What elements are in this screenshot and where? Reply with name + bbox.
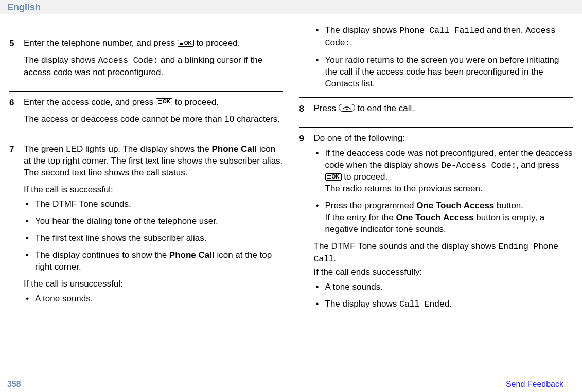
bold-text: Phone Call [211,144,257,154]
text: , and press [516,160,559,170]
display-text: Access Code: [98,56,158,65]
text: to end the call. [357,103,414,113]
step-body: Enter the access code, and press OK to p… [24,97,280,131]
text: Enter the access code, and press [24,97,156,107]
text: . [333,254,336,263]
list-item: Your radio returns to the screen you wer… [314,55,573,90]
step-7: 7 The green LED lights up. The display s… [9,144,283,310]
step-7-continued: The display shows Phone Call Failed and … [299,25,573,90]
page-footer: 358 Send Feedback [0,380,582,389]
text: The DTMF Tone sounds and the display sho… [314,241,499,251]
bold-text: One Touch Access [396,212,473,222]
list-item: The display shows Phone Call Failed and … [314,25,573,49]
separator [299,97,573,98]
bold-text: Phone Call [169,250,215,260]
separator [9,138,283,138]
text: The radio returns to the previous screen… [325,184,483,193]
text: and then, [484,25,525,35]
text: to proceed. [196,38,240,48]
text: The display shows [325,25,400,35]
separator [9,91,283,92]
bold-text: One Touch Access [416,201,494,210]
text: Press the programmed [325,201,417,210]
list-item: The display continues to show the Phone … [24,250,283,273]
step-body: Enter the telephone number, and press OK… [24,38,283,84]
text: Press [314,103,339,113]
text: If the entry for the [325,212,396,222]
end-call-icon [339,104,355,112]
ok-button-icon: OK [178,40,194,47]
text: Do one of the following: [314,133,573,145]
separator [9,32,283,32]
text: to proceed. [344,172,387,182]
text: to proceed. [175,97,219,107]
step-body: Do one of the following: If the deaccess… [314,133,573,316]
display-text: Call Ended [399,299,449,309]
list-item: Press the programmed One Touch Access bu… [314,200,573,236]
step-8: 8 Press to end the call. [299,103,573,120]
list-item: You hear the dialing tone of the telepho… [24,216,283,227]
text: If the call ends successfully: [314,266,573,278]
step-number: 5 [9,38,19,49]
bullet-list: A tone sounds. The display shows Call En… [314,281,573,311]
list-item: If the deaccess code was not preconfigur… [314,148,573,195]
bullet-list: A tone sounds. [24,293,283,305]
left-column: 5 Enter the telephone number, and press … [9,25,283,316]
bullet-list: The display shows Phone Call Failed and … [314,25,573,90]
text: . [350,38,352,47]
text: The access or deaccess code cannot be mo… [24,114,280,126]
step-number: 9 [299,133,309,144]
text: If the call is unsuccessful: [24,278,283,290]
separator [299,127,573,128]
text: The display shows [24,55,98,65]
step-body: The green LED lights up. The display sho… [24,144,283,310]
text: The green LED lights up. The display sho… [24,144,211,154]
list-item: The DTMF Tone sounds. [24,199,283,210]
text: The display continues to show the [35,250,169,260]
bullet-list: If the deaccess code was not preconfigur… [314,148,573,236]
step-9: 9 Do one of the following: If the deacce… [299,133,573,316]
main-content: 5 Enter the telephone number, and press … [0,14,582,316]
send-feedback-link[interactable]: Send Feedback [506,380,563,389]
step-number: 7 [9,144,19,155]
text: . [449,299,452,309]
display-text: De-Access Code: [441,161,516,170]
list-item: The display shows Call Ended. [314,298,573,311]
list-item: A tone sounds. [314,281,573,293]
step-6: 6 Enter the access code, and press OK to… [9,97,283,131]
ok-button-icon: OK [325,173,342,181]
step-body: Press to end the call. [314,103,415,120]
step-5: 5 Enter the telephone number, and press … [9,38,283,84]
step-number: 6 [9,97,19,108]
right-column: The display shows Phone Call Failed and … [299,25,573,316]
text: button. [494,201,523,210]
ok-button-icon: OK [156,98,172,105]
list-item: The first text line shows the subscriber… [24,233,283,244]
text: If the call is successful: [24,184,283,196]
step-number: 8 [299,103,309,114]
text: The display shows [325,299,400,309]
language-label: English [7,2,41,12]
bullet-list: The DTMF Tone sounds. You hear the diali… [24,199,283,273]
page-header: English [0,0,582,14]
page-number: 358 [7,380,21,389]
list-item: A tone sounds. [24,293,283,305]
text: Enter the telephone number, and press [24,38,178,48]
display-text: Phone Call Failed [399,26,484,35]
